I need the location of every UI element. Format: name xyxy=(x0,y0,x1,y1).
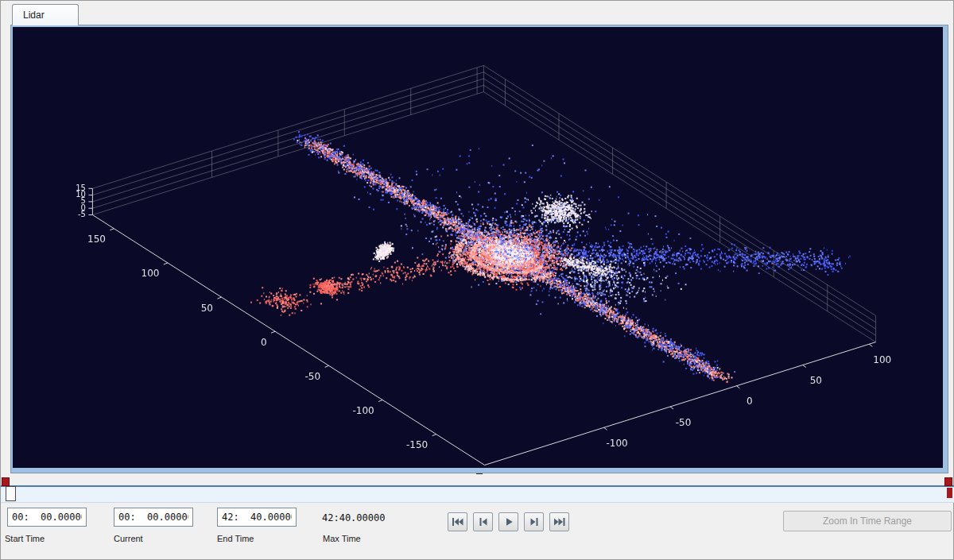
first-frame-button[interactable] xyxy=(448,512,467,531)
timeline-track[interactable] xyxy=(1,487,954,503)
end-time-input[interactable] xyxy=(217,508,297,527)
tab-lidar-label: Lidar xyxy=(23,10,45,21)
lidar-pointcloud-canvas[interactable] xyxy=(13,27,943,468)
tab-lidar[interactable]: Lidar xyxy=(12,4,79,25)
range-start-marker[interactable] xyxy=(2,477,10,486)
range-end-marker[interactable] xyxy=(944,477,952,486)
play-button[interactable] xyxy=(498,512,518,531)
current-time-input[interactable] xyxy=(114,508,193,527)
range-end-handle[interactable] xyxy=(947,488,952,498)
step-forward-icon xyxy=(528,516,541,528)
end-time-label: End Time xyxy=(217,534,254,543)
max-time-label: Max Time xyxy=(323,534,361,543)
zoom-in-time-range-button[interactable]: Zoom In Time Range xyxy=(783,511,952,531)
start-time-label: Start Time xyxy=(5,534,45,543)
lidar-plot-panel xyxy=(10,25,948,473)
current-time-label: Current xyxy=(114,534,143,543)
app-window: Lidar 42:40.00000 Start Time Current End… xyxy=(0,0,954,560)
skip-to-start-icon xyxy=(451,516,465,528)
playback-controls xyxy=(448,512,569,531)
step-back-button[interactable] xyxy=(473,512,493,531)
play-icon xyxy=(502,516,515,528)
step-forward-button[interactable] xyxy=(524,512,544,531)
skip-to-end-icon xyxy=(553,516,567,528)
step-back-icon xyxy=(477,516,490,528)
max-time-value: 42:40.00000 xyxy=(322,512,385,523)
current-time-thumb[interactable] xyxy=(6,486,16,501)
last-frame-button[interactable] xyxy=(549,512,569,531)
start-time-input[interactable] xyxy=(7,508,87,527)
